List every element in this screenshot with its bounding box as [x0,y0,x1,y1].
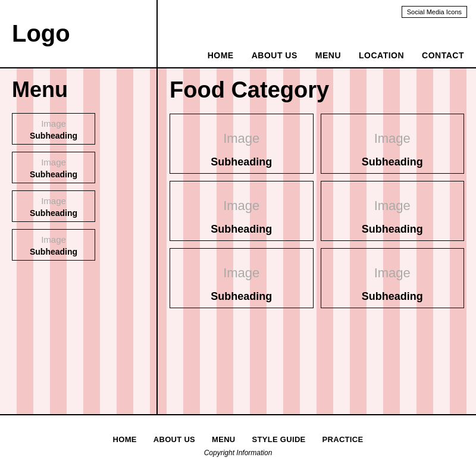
footer-nav: HOMEABOUT USMENUSTYLE GUIDEPRACTICE [113,435,364,444]
menu-item-3[interactable]: Image Subheading [12,229,95,261]
food-card-5[interactable]: Image Subheading [321,248,465,308]
food-card-label-1: Subheading [328,156,457,168]
food-card-label-2: Subheading [177,223,306,236]
logo-box: Logo [0,0,158,67]
menu-item-label-3: Subheading [18,247,89,256]
nav-item-home[interactable]: HOME [208,51,234,60]
footer-copyright: Copyright Information [204,449,273,457]
food-card-2[interactable]: Image Subheading [170,181,314,241]
food-card-image-4: Image [177,255,306,287]
food-card-image-0: Image [177,120,306,152]
nav-item-about-us[interactable]: ABOUT US [252,51,298,60]
food-grid: Image Subheading Image Subheading Image … [170,114,464,308]
food-category-title: Food Category [170,77,464,103]
menu-item-label-1: Subheading [18,170,89,179]
menu-items-list: Image Subheading Image Subheading Image … [12,113,145,261]
food-card-label-5: Subheading [328,290,457,303]
food-card-0[interactable]: Image Subheading [170,114,314,174]
logo: Logo [12,20,70,47]
food-card-image-1: Image [328,120,457,152]
sidebar: Menu Image Subheading Image Subheading I… [0,68,158,414]
footer: HOMEABOUT USMENUSTYLE GUIDEPRACTICE Copy… [0,415,476,476]
menu-item-label-2: Subheading [18,208,89,218]
food-card-3[interactable]: Image Subheading [321,181,465,241]
nav-item-contact[interactable]: CONTACT [422,51,464,60]
food-card-4[interactable]: Image Subheading [170,248,314,308]
sidebar-title: Menu [12,77,145,102]
food-card-image-3: Image [328,187,457,220]
footer-nav-item-style-guide[interactable]: STYLE GUIDE [252,435,306,444]
main-nav: HOMEABOUT USMENULOCATIONCONTACT [208,51,467,67]
main-content: Menu Image Subheading Image Subheading I… [0,68,476,415]
nav-item-menu[interactable]: MENU [315,51,341,60]
food-card-label-3: Subheading [328,223,457,236]
menu-item-0[interactable]: Image Subheading [12,113,95,145]
menu-item-image-2: Image [18,196,89,206]
menu-item-2[interactable]: Image Subheading [12,190,95,222]
header: Logo Social Media Icons HOMEABOUT USMENU… [0,0,476,68]
footer-nav-item-menu[interactable]: MENU [212,435,235,444]
menu-item-label-0: Subheading [18,131,89,140]
food-card-label-4: Subheading [177,290,306,303]
food-card-image-5: Image [328,255,457,287]
menu-item-1[interactable]: Image Subheading [12,152,95,183]
social-media-box: Social Media Icons [402,6,467,18]
content-area: Food Category Image Subheading Image Sub… [158,68,476,414]
menu-item-image-3: Image [18,234,89,245]
food-card-1[interactable]: Image Subheading [321,114,465,174]
header-right: Social Media Icons HOMEABOUT USMENULOCAT… [158,0,476,67]
menu-item-image-0: Image [18,118,89,129]
menu-item-image-1: Image [18,157,89,167]
footer-nav-item-about-us[interactable]: ABOUT US [154,435,195,444]
nav-item-location[interactable]: LOCATION [359,51,404,60]
footer-nav-item-home[interactable]: HOME [113,435,137,444]
footer-nav-item-practice[interactable]: PRACTICE [322,435,364,444]
food-card-image-2: Image [177,187,306,220]
food-card-label-0: Subheading [177,156,306,168]
